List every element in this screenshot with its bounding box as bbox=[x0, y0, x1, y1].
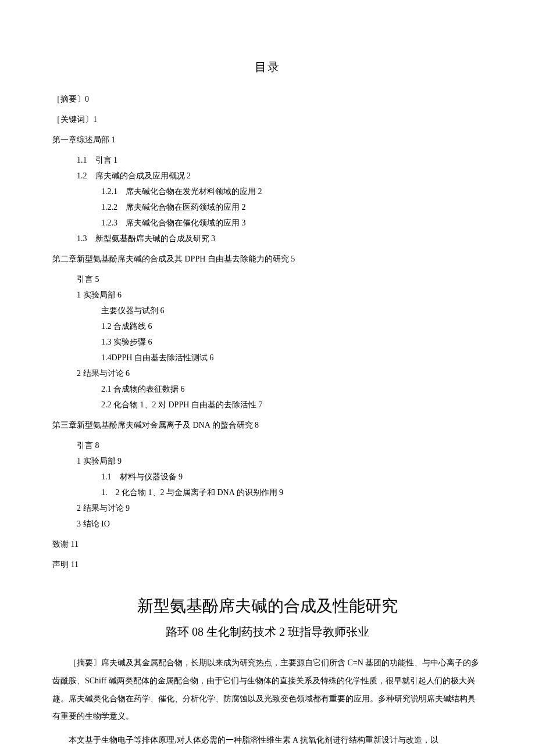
toc-entry: 2 结果与讨论 6 bbox=[77, 367, 483, 379]
toc-entry: 1.3 新型氨基酚席夫碱的合成及研究 3 bbox=[77, 232, 483, 245]
toc-entry: 1.1 材料与仪器设备 9 bbox=[101, 471, 483, 483]
toc-list: ［摘要〕0 ［关键词〕1 第一章综述局部 1 1.1 引言 1 1.2 席夫碱的… bbox=[52, 93, 483, 571]
toc-entry: 声明 11 bbox=[52, 558, 483, 571]
toc-entry: 1.2 席夫碱的合成及应用概况 2 bbox=[77, 170, 483, 182]
toc-entry: 第一章综述局部 1 bbox=[52, 134, 483, 146]
toc-entry: 1.4DPPH 自由基去除活性测试 6 bbox=[101, 352, 483, 364]
toc-entry: 1.3 实验步骤 6 bbox=[101, 336, 483, 348]
toc-entry: 1.2 合成路线 6 bbox=[101, 320, 483, 332]
toc-entry: ［关键词〕1 bbox=[52, 113, 483, 126]
abstract-paragraph: 本文基于生物电子等排体原理,对人体必需的一种脂溶性维生素 A 抗氧化剂进行结构重… bbox=[52, 732, 483, 750]
toc-entry: 1 实验局部 6 bbox=[77, 289, 483, 301]
toc-entry: 2 结果与讨论 9 bbox=[77, 502, 483, 514]
toc-entry: 第二章新型氨基酚席夫碱的合成及其 DPPH 自由基去除能力的研究 5 bbox=[52, 253, 483, 265]
toc-entry: 2.2 化合物 1、2 对 DPPH 自由基的去除活性 7 bbox=[101, 399, 483, 411]
toc-entry: 1 实验局部 9 bbox=[77, 455, 483, 467]
toc-entry: 致谢 11 bbox=[52, 538, 483, 550]
toc-entry: 1.2.3 席夫碱化合物在催化领域的应用 3 bbox=[101, 217, 483, 229]
toc-entry: 引言 8 bbox=[77, 439, 483, 452]
toc-entry: 1. 2 化合物 1、2 与金属离子和 DNA 的识别作用 9 bbox=[101, 486, 483, 499]
article-title: 新型氨基酚席夫碱的合成及性能研究 bbox=[52, 594, 483, 618]
toc-entry: 1.2.1 席夫碱化合物在发光材料领域的应用 2 bbox=[101, 185, 483, 198]
toc-entry: 2.1 合成物的表征数据 6 bbox=[101, 383, 483, 395]
abstract-paragraph: ［摘要〕席夫碱及其金属配合物，长期以来成为研究热点，主要源自它们所含 C=N 基… bbox=[52, 654, 483, 726]
toc-entry: 引言 5 bbox=[77, 273, 483, 285]
toc-title: 目录 bbox=[52, 58, 483, 76]
toc-entry: ［摘要〕0 bbox=[52, 93, 483, 105]
toc-entry: 3 结论 IO bbox=[77, 518, 483, 530]
toc-entry: 主要仪器与试剂 6 bbox=[101, 304, 483, 317]
article-subtitle: 路环 08 生化制药技术 2 班指导教师张业 bbox=[52, 623, 483, 640]
toc-entry: 第三章新型氨基酚席夫碱对金属离子及 DNA 的螯合研究 8 bbox=[52, 419, 483, 431]
toc-entry: 1.1 引言 1 bbox=[77, 154, 483, 166]
toc-entry: 1.2.2 席夫碱化合物在医药领域的应用 2 bbox=[101, 201, 483, 213]
